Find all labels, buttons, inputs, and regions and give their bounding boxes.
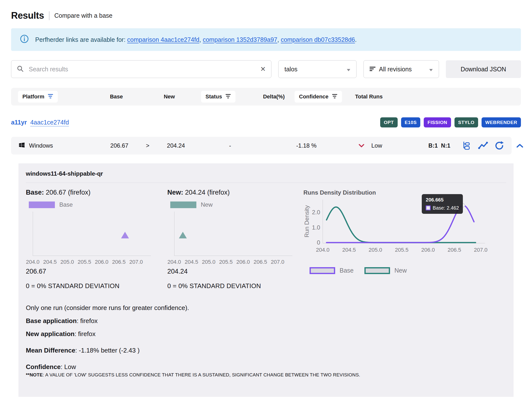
- base-value: 206.67: [95, 142, 144, 149]
- confidence-note-label: Confidence: [26, 363, 61, 371]
- revisions-select[interactable]: All revisions: [363, 60, 439, 78]
- filter-icon: [332, 93, 338, 100]
- base-legend-label: Base: [59, 201, 73, 208]
- page-header: Results Compare with a base: [11, 10, 521, 21]
- tag-stylo: STYLO: [454, 117, 478, 127]
- new-point-value: 204.24: [167, 268, 303, 275]
- delta-value: -1.18 %: [260, 142, 353, 149]
- new-legend-label: New: [201, 201, 213, 208]
- platform-filter-chip[interactable]: Platform: [18, 91, 58, 103]
- col-platform: Platform: [22, 93, 44, 100]
- base-heading: Base: 206.67 (firefox): [26, 189, 167, 196]
- page-subtitle: Compare with a base: [54, 12, 112, 19]
- platform-name: Windows: [29, 142, 53, 149]
- axis-tick: 0: [317, 239, 320, 246]
- status-value: -: [201, 142, 260, 149]
- platform-row-wrap: Windows 206.67 > 204.24 - -1.18 % Low B:…: [11, 137, 521, 155]
- axis-tick: 204.0: [24, 259, 41, 265]
- density-tooltip: 206.665 Base: 2.462: [422, 194, 463, 214]
- subtests-tree-button[interactable]: [461, 141, 472, 151]
- axis-tick: 204.0: [166, 259, 183, 265]
- platform-row[interactable]: Windows 206.67 > 204.24 - -1.18 % Low B:…: [11, 137, 512, 155]
- card-divider: [26, 183, 506, 183]
- axis-tick: 1.0: [312, 224, 320, 231]
- subtest-title: windows11-64-shippable-qr: [26, 170, 506, 177]
- mean-difference-line: Mean Difference: -1.18% better (-2.43 ): [26, 347, 506, 354]
- suite-name: a11yr: [11, 119, 27, 126]
- chevron-down-icon: [347, 66, 350, 73]
- density-y-axis-label: Run Density: [303, 200, 311, 243]
- col-base: Base: [99, 93, 134, 100]
- tooltip-x-value: 206.665: [426, 197, 459, 203]
- controls-bar: ✕ talos All revisions Download JSON: [11, 60, 521, 78]
- filter-icon: [226, 93, 231, 100]
- results-page: Results Compare with a base Perfherder l…: [0, 0, 532, 402]
- axis-tick: 207.0: [269, 259, 286, 265]
- low-confidence-note: **NOTE: A VALUE OF 'LOW' SUGGESTS LESS C…: [26, 372, 506, 378]
- axis-tick: 206.0: [415, 247, 441, 253]
- search-icon: [17, 65, 24, 73]
- clear-search-icon[interactable]: ✕: [260, 66, 266, 73]
- base-application-line: Base application: firefox: [26, 317, 506, 325]
- density-section: Runs Density Distribution Run Density 2.…: [303, 189, 506, 290]
- tooltip-swatch: [426, 205, 431, 210]
- mean-diff-value: : -1.18% better (-2.43 ): [75, 347, 140, 354]
- banner-comparison-link[interactable]: comparison 4aac1ce274fd: [127, 36, 199, 43]
- density-new-swatch: [364, 267, 390, 274]
- note-text: : A VALUE OF 'LOW' SUGGESTS LESS CONFIDE…: [43, 372, 360, 377]
- runs-base-count: 1: [435, 142, 438, 149]
- runs-base-label: B:: [428, 142, 435, 149]
- density-plot[interactable]: 206.665 Base: 2.462: [323, 200, 485, 243]
- axis-tick: 207.0: [468, 247, 494, 253]
- density-chart-title: Runs Density Distribution: [303, 189, 506, 196]
- new-app-label: New application: [26, 330, 75, 338]
- base-legend-swatch: [29, 201, 55, 208]
- axis-tick: 204.5: [41, 259, 59, 265]
- new-legend-swatch: [170, 201, 196, 208]
- new-application-line: New application: firefox: [26, 330, 506, 338]
- revision-link[interactable]: 4aac1ce274fd: [30, 119, 69, 126]
- collapse-chevron-up-button[interactable]: [515, 137, 525, 155]
- col-confidence: Confidence: [299, 93, 329, 100]
- new-x-axis: 204.0204.5205.0205.5206.0206.5207.0: [166, 259, 303, 265]
- density-base-swatch: [310, 267, 335, 274]
- density-new-label: New: [394, 267, 407, 274]
- framework-select[interactable]: talos: [278, 60, 357, 78]
- tag-opt: OPT: [380, 117, 398, 127]
- download-json-button[interactable]: Download JSON: [446, 60, 521, 78]
- tag-list: OPTE10SFISSIONSTYLOWEBRENDER: [380, 117, 521, 127]
- revisions-value: All revisions: [379, 66, 412, 73]
- base-label: Base:: [26, 189, 44, 196]
- confidence-filter-chip[interactable]: Confidence: [295, 91, 342, 103]
- col-status: Status: [205, 93, 222, 100]
- axis-tick: 206.5: [441, 247, 468, 253]
- base-point-value: 206.67: [26, 268, 167, 275]
- search-box[interactable]: ✕: [11, 60, 271, 78]
- new-label: New:: [167, 189, 183, 196]
- new-mini-chart: [174, 212, 292, 256]
- banner-comparison-link[interactable]: comparison 1352d3789a97: [203, 36, 277, 43]
- axis-tick: 206.5: [110, 259, 127, 265]
- search-input[interactable]: [28, 65, 256, 73]
- retrigger-button[interactable]: [494, 141, 504, 151]
- new-point-marker: [179, 232, 187, 238]
- axis-tick: 205.0: [59, 259, 76, 265]
- banner-prefix: Perfherder links are available for:: [35, 36, 125, 43]
- tooltip-label: Base: 2.462: [433, 205, 459, 211]
- title-divider: [49, 11, 49, 20]
- info-icon: [20, 34, 29, 45]
- framework-value: talos: [284, 66, 297, 73]
- suite-row: a11yr 4aac1ce274fd OPTE10SFISSIONSTYLOWE…: [11, 117, 521, 127]
- banner-comparison-link[interactable]: comparison db07c33528d6: [281, 36, 355, 43]
- col-delta: Delta(%): [257, 93, 291, 100]
- filter-icon: [48, 93, 53, 100]
- axis-tick: 206.0: [93, 259, 110, 265]
- tag-webrender: WEBRENDER: [482, 117, 521, 127]
- tag-e10s: E10S: [401, 117, 421, 127]
- density-legend: Base New: [310, 267, 506, 274]
- graph-link-button[interactable]: [478, 141, 488, 150]
- improvement-chevron-icon: [359, 142, 364, 149]
- banner-links: comparison 4aac1ce274fd, comparison 1352…: [127, 36, 357, 43]
- status-filter-chip[interactable]: Status: [201, 91, 235, 103]
- new-app-value: : firefox: [75, 330, 95, 338]
